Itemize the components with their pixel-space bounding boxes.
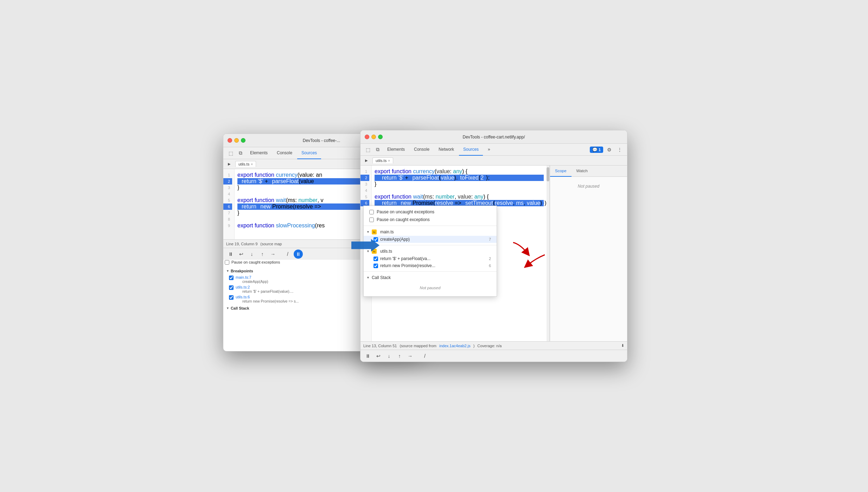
deactivate-btn-1[interactable]: /	[283, 250, 292, 259]
tab-sources-1[interactable]: Sources	[297, 147, 321, 159]
code2-line-3: }	[375, 181, 544, 187]
inspect-icon[interactable]: ⬚	[226, 149, 235, 158]
scrollbar-track-2[interactable]	[547, 166, 549, 341]
step-btn-2[interactable]: →	[406, 351, 415, 361]
dropdown-bp-createapp[interactable]: createApp(App) 7	[364, 236, 497, 243]
ln2-4: 4	[360, 187, 369, 194]
step-over-btn-1[interactable]: ↩	[237, 250, 246, 259]
minimize-button-2[interactable]	[371, 135, 376, 139]
bp-parsefloat-checkbox[interactable]	[374, 257, 378, 261]
file-tab-name-1: utils.ts	[238, 162, 249, 166]
bp-utils2-checkbox-1[interactable]	[229, 285, 234, 290]
callstack-chevron-1: ▼	[226, 306, 229, 310]
pause-btn-1[interactable]: ⏸	[226, 250, 235, 259]
dropdown-utils-name: utils.ts	[380, 249, 392, 254]
dropdown-main-section: ▼ ts main.ts createApp(App) 7	[364, 226, 497, 245]
minimize-button-1[interactable]	[234, 138, 239, 143]
dropdown-utils-header[interactable]: ▼ ts utils.ts	[364, 247, 497, 255]
bp-utils2-file-1: utils.ts:2	[236, 285, 294, 289]
tab-sources-2[interactable]: Sources	[459, 144, 483, 156]
window-title-2: DevTools - coffee-cart.netlify.app/	[463, 135, 525, 140]
file-tab-name-2: utils.ts	[376, 158, 387, 163]
dropdown-bp-promise[interactable]: return new Promise(resolve... 6	[364, 262, 497, 269]
devtools-window-2: DevTools - coffee-cart.netlify.app/ ⬚ ⧉ …	[360, 130, 627, 362]
ln2-5: 5	[360, 194, 369, 200]
ln-9: 9	[223, 222, 232, 229]
bp-main-file-1: main.ts:7	[236, 275, 268, 279]
messages-badge-2[interactable]: 💬 1	[590, 147, 603, 153]
pause-uncaught-checkbox[interactable]	[369, 210, 374, 214]
play-icon-2[interactable]: ▶	[362, 156, 371, 165]
ln2-3: 3	[360, 181, 369, 187]
breakpoints-chevron-1: ▼	[226, 269, 229, 273]
pause-exception-btn-1[interactable]: ⏸	[294, 250, 303, 259]
maximize-button-1[interactable]	[241, 138, 245, 143]
bp-main-checkbox-1[interactable]	[229, 276, 234, 280]
callstack-title-1: Call Stack	[231, 306, 249, 310]
ln-2: 2	[223, 178, 232, 184]
step-into-btn-2[interactable]: ↓	[384, 351, 394, 361]
pause-uncaught-label: Pause on uncaught exceptions	[377, 209, 434, 214]
close-button-1[interactable]	[228, 138, 232, 143]
inspect-icon-2[interactable]: ⬚	[363, 145, 372, 154]
badge-count-2: 1	[599, 148, 601, 152]
blue-arrow-shape	[351, 239, 379, 252]
bp-utils6-code-1: return new Promise(resolve => s...	[242, 299, 299, 303]
pause-btn-2[interactable]: ⏸	[363, 351, 372, 361]
dropdown-main-header[interactable]: ▼ ts main.ts	[364, 228, 497, 236]
right-panel-tabs-2: Scope Watch	[550, 166, 627, 177]
file-tab-utils-1[interactable]: utils.ts ×	[235, 161, 256, 167]
pause-caught-checkbox-dd[interactable]	[369, 218, 374, 222]
tab-console-1[interactable]: Console	[273, 147, 296, 159]
status-link-2[interactable]: index.1ac4eab2.js	[439, 344, 471, 348]
dropdown-exceptions-section: Pause on uncaught exceptions Pause on ca…	[364, 206, 497, 226]
dropdown-bp-parsefloat[interactable]: return '$' + parseFloat(va... 2	[364, 255, 497, 262]
tab-elements-2[interactable]: Elements	[383, 144, 409, 156]
step-btn-1[interactable]: →	[268, 250, 277, 259]
play-icon-1[interactable]: ▶	[225, 160, 234, 169]
tab-network-2[interactable]: Network	[434, 144, 458, 156]
step-over-btn-2[interactable]: ↩	[374, 351, 383, 361]
step-into-btn-1[interactable]: ↓	[247, 250, 256, 259]
dropdown-callstack-header[interactable]: ▼ Call Stack	[364, 274, 497, 281]
bp-promise-label: return new Promise(resolve...	[380, 263, 435, 268]
scrollbar-thumb-2[interactable]	[547, 167, 549, 181]
close-button-2[interactable]	[365, 135, 369, 139]
step-out-btn-1[interactable]: ↑	[258, 250, 267, 259]
settings-icon-2[interactable]: ⚙	[605, 145, 614, 154]
dropdown-callstack-section: ▼ Call Stack Not paused	[364, 272, 497, 296]
pause-caught-checkbox-1[interactable]	[225, 260, 229, 265]
device-icon[interactable]: ⧉	[236, 149, 245, 158]
more-icon-2[interactable]: ⋮	[615, 145, 624, 154]
watch-tab-2[interactable]: Watch	[572, 166, 593, 177]
bp-promise-checkbox[interactable]	[374, 264, 378, 268]
tab-more-2[interactable]: »	[484, 144, 494, 156]
not-paused-dropdown: Not paused	[364, 281, 497, 294]
device-icon-2[interactable]: ⧉	[373, 145, 382, 154]
status-download-btn-2[interactable]: ⬇	[621, 343, 624, 348]
sources-layout-2: ▶ utils.ts × 1 2 3	[360, 156, 627, 362]
file-tab-close-2[interactable]: ×	[388, 159, 390, 163]
maximize-button-2[interactable]	[378, 135, 383, 139]
status-right-2: (source mapped from	[400, 344, 436, 348]
pause-caught-row[interactable]: Pause on caught exceptions	[364, 216, 497, 224]
tab-console-2[interactable]: Console	[410, 144, 434, 156]
step-out-btn-2[interactable]: ↑	[395, 351, 404, 361]
pause-caught-label-1: Pause on caught exceptions	[231, 260, 280, 264]
title-bar-2: DevTools - coffee-cart.netlify.app/	[360, 130, 627, 144]
bp-promise-num: 6	[489, 264, 491, 268]
bp-utils6-checkbox-1[interactable]	[229, 295, 234, 300]
file-tab-close-1[interactable]: ×	[251, 162, 253, 166]
deactivate-btn-2[interactable]: /	[420, 351, 429, 361]
right-panel-2: Scope Watch Not paused	[550, 166, 627, 341]
pause-uncaught-row[interactable]: Pause on uncaught exceptions	[364, 208, 497, 216]
file-tab-utils-2[interactable]: utils.ts ×	[372, 157, 393, 163]
line-numbers-1: 1 2 3 4 5 6 7 8 9	[223, 169, 235, 239]
tabs-right-2: 💬 1 ⚙ ⋮	[590, 145, 624, 154]
debug-toolbar-2: ⏸ ↩ ↓ ↑ → /	[360, 350, 627, 362]
tab-elements-1[interactable]: Elements	[246, 147, 272, 159]
code2-line-1: export function currency(value: any) {	[375, 168, 544, 175]
scope-tab-2[interactable]: Scope	[550, 166, 572, 177]
bp-utils2-code-1: return '$' + parseFloat(value)....	[242, 289, 294, 293]
main-file-icon: ts	[372, 229, 377, 234]
